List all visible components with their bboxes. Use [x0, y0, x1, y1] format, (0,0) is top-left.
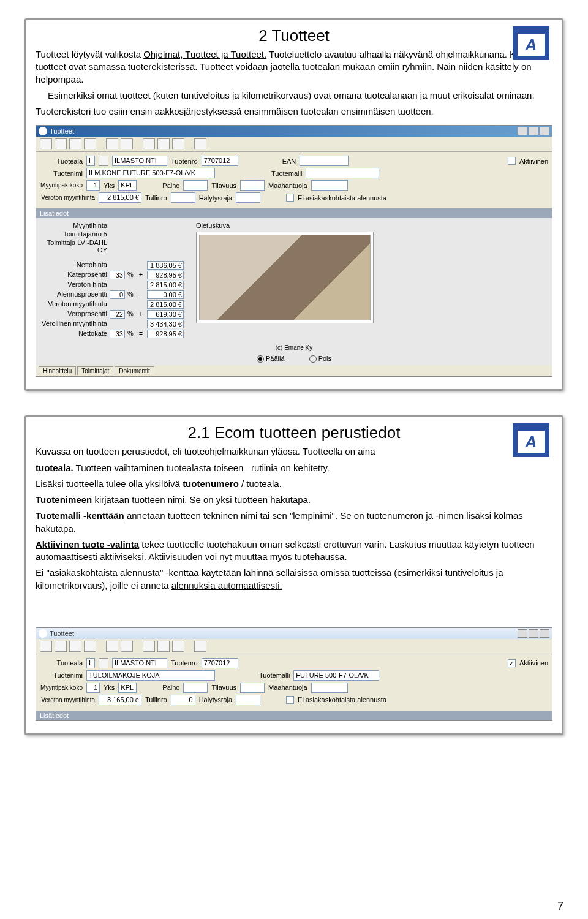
delete-icon[interactable]	[121, 138, 133, 149]
lbl-tullinro: Tullinro	[145, 194, 167, 202]
fld-paino[interactable]	[183, 683, 208, 693]
price-row: Veroton hinta2 815,00 €	[40, 281, 184, 289]
fld-halytysraja[interactable]	[236, 695, 260, 705]
maximize-button[interactable]	[529, 127, 538, 135]
fld-myyntipak[interactable]: 1	[86, 683, 100, 693]
price-op	[137, 281, 145, 289]
fld-yks[interactable]: KPL	[118, 180, 137, 191]
nav-next-icon[interactable]	[69, 641, 81, 652]
price-row: Nettohinta1 886,05 €	[40, 261, 184, 270]
price-pct[interactable]: 33	[110, 330, 125, 338]
chk-ei-alennus[interactable]	[286, 696, 294, 704]
nav-prev-icon[interactable]	[55, 138, 67, 149]
fld-tullinro[interactable]: 0	[171, 695, 195, 705]
fld-tuotemalli[interactable]: FUTURE 500-F7-OL/VK	[293, 670, 379, 681]
fld-tuotenro[interactable]: 7707012	[202, 658, 238, 668]
lbl-toimittaja: Toimittaja LVI-DAHL OY	[40, 239, 107, 254]
nav-first-icon[interactable]	[40, 641, 52, 652]
fld-tuoteala-code[interactable]: I	[86, 156, 95, 166]
lookup-icon[interactable]	[99, 156, 108, 166]
p3: Lisäksi tuotteella tulee olla yksilöivä …	[36, 478, 552, 490]
tab-hinnoittelu[interactable]: Hinnoittelu	[39, 366, 76, 375]
lbl-tuotemalli: Tuotemalli	[259, 671, 290, 679]
maximize-button[interactable]	[529, 629, 538, 638]
lbl-tuotenro: Tuotenro	[171, 659, 198, 667]
price-label: Veroprosentti	[40, 310, 107, 319]
app-icon	[39, 629, 47, 638]
chk-ei-alennus[interactable]	[286, 194, 294, 202]
minimize-button[interactable]	[518, 629, 527, 638]
price-val[interactable]: 1 886,05 €	[147, 261, 184, 270]
add-icon[interactable]	[106, 641, 118, 652]
edit-icon[interactable]	[143, 641, 155, 652]
fld-tuotenro[interactable]: 7707012	[202, 156, 238, 166]
lbl-halytysraja: Hälytysraja	[199, 194, 232, 202]
fld-halytysraja[interactable]	[236, 192, 260, 203]
fld-myyntipak[interactable]: 1	[86, 180, 100, 191]
price-op: +	[137, 310, 145, 319]
print-icon[interactable]	[194, 138, 206, 149]
lookup-icon[interactable]	[99, 658, 108, 668]
fld-tuoteala-code[interactable]: I	[86, 658, 95, 668]
fld-paino[interactable]	[183, 180, 208, 191]
lbl-ei-alennus: Ei asiakaskohtaista alennusta	[298, 194, 386, 202]
price-pct[interactable]: 0	[110, 290, 125, 299]
nav-last-icon[interactable]	[84, 641, 96, 652]
fld-yks[interactable]: KPL	[118, 683, 137, 693]
price-val[interactable]: 928,95 €	[147, 330, 184, 338]
close-button[interactable]	[540, 127, 549, 135]
price-pct[interactable]: 33	[110, 271, 125, 279]
price-val[interactable]: 619,30 €	[147, 310, 184, 319]
tab-dokumentit[interactable]: Dokumentit	[115, 366, 154, 375]
nav-next-icon[interactable]	[69, 138, 81, 149]
lbl-myyntipak: Myyntipak.koko	[40, 182, 83, 189]
window-title: Tuotteet	[50, 630, 74, 637]
close-button[interactable]	[540, 629, 549, 638]
fld-veroton-myynti[interactable]: 3 165,00 e	[99, 695, 141, 705]
price-val[interactable]: 3 434,30 €	[147, 320, 184, 328]
tab-toimittajat[interactable]: Toimittajat	[77, 366, 113, 375]
hdr-lisatiedot: Lisätiedot	[36, 208, 552, 218]
price-row: Kateprosentti33%+928,95 €	[40, 271, 184, 279]
form-area: Tuoteala I ILMASTOINTI Tuotenro 7707012 …	[36, 152, 552, 208]
nav-first-icon[interactable]	[40, 138, 52, 149]
fld-maahantuoja[interactable]	[311, 683, 348, 693]
fld-tuotenimi[interactable]: ILM.KONE FUTURE 500-F7-OL/VK	[86, 168, 215, 178]
price-op: =	[137, 330, 145, 338]
fld-tullinro[interactable]	[171, 192, 195, 203]
radio-paalla[interactable]	[257, 355, 264, 363]
window-titlebar: Tuotteet	[36, 126, 552, 137]
fld-maahantuoja[interactable]	[311, 180, 348, 191]
price-val[interactable]: 0,00 €	[147, 290, 184, 299]
print-icon[interactable]	[194, 641, 206, 652]
chk-aktiivinen[interactable]	[508, 659, 516, 667]
price-pct[interactable]: 22	[110, 310, 125, 319]
nav-prev-icon[interactable]	[55, 641, 67, 652]
radio-pois[interactable]	[309, 355, 317, 363]
minimize-button[interactable]	[518, 127, 527, 135]
price-val[interactable]: 2 815,00 €	[147, 281, 184, 289]
price-val[interactable]: 2 815,00 €	[147, 300, 184, 309]
fld-tuoteala-name: ILMASTOINTI	[112, 658, 167, 668]
nav-last-icon[interactable]	[84, 138, 96, 149]
add-icon[interactable]	[106, 138, 118, 149]
chk-aktiivinen[interactable]	[508, 157, 516, 165]
fld-tuotemalli[interactable]	[306, 168, 379, 178]
copy-icon[interactable]	[157, 641, 170, 652]
fld-ean[interactable]	[300, 156, 349, 166]
section-title: 2.1 Ecom tuotteen perustiedot	[36, 423, 552, 442]
lbl-veroton-myynti: Veroton myyntihinta	[40, 194, 95, 201]
fld-veroton-myynti[interactable]: 2 815,00 €	[99, 192, 141, 203]
fld-tuotenimi[interactable]: TULOILMAKOJE KOJA	[86, 670, 215, 681]
delete-icon[interactable]	[121, 641, 133, 652]
toolbar	[36, 137, 552, 152]
list-icon[interactable]	[172, 641, 184, 652]
price-row: Veroprosentti22%+619,30 €	[40, 310, 184, 319]
app-icon	[39, 127, 47, 135]
price-val[interactable]: 928,95 €	[147, 271, 184, 279]
fld-tilavuus[interactable]	[240, 683, 265, 693]
list-icon[interactable]	[172, 138, 184, 149]
fld-tilavuus[interactable]	[240, 180, 265, 191]
edit-icon[interactable]	[143, 138, 155, 149]
copy-icon[interactable]	[157, 138, 170, 149]
